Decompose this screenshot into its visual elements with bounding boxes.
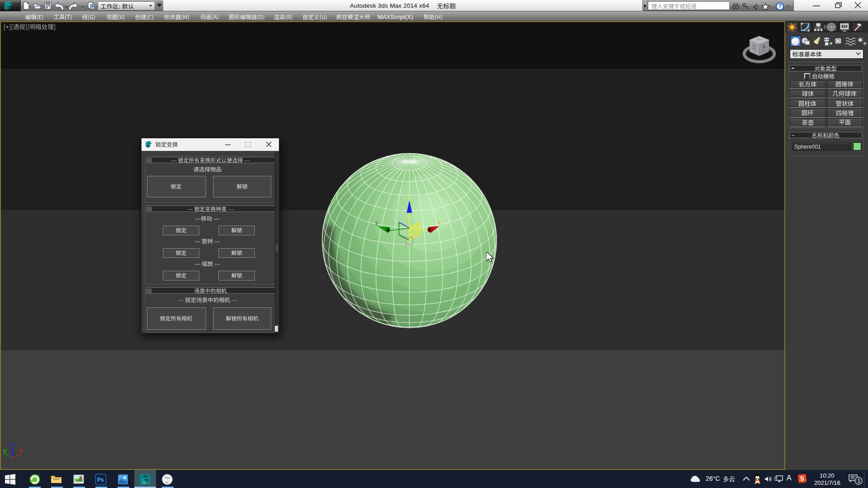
svg-text:x: x [19, 447, 23, 454]
svg-text:Ps: Ps [97, 477, 104, 483]
svg-text:y: y [3, 447, 7, 454]
svg-text:z: z [11, 441, 14, 447]
svg-text:1: 1 [858, 478, 860, 483]
svg-text:z: z [407, 194, 410, 201]
svg-text:x: x [438, 220, 441, 226]
svg-text:y: y [375, 220, 378, 226]
svg-text:S: S [800, 475, 804, 482]
svg-text:3DS: 3DS [142, 482, 146, 484]
